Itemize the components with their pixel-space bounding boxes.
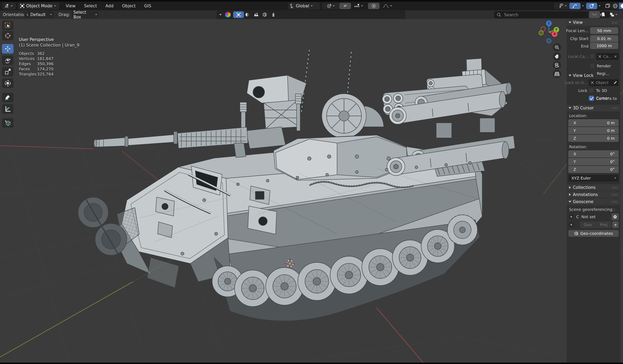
tool-scale[interactable]	[2, 67, 14, 77]
window-bottom-edge	[0, 363, 623, 364]
panel-collections-header[interactable]: Collections	[567, 184, 620, 191]
menu-add[interactable]: Add	[102, 1, 117, 10]
wireframe-sphere-icon	[613, 3, 618, 8]
clip-start-field[interactable]: 0.01 m	[590, 35, 618, 42]
gizmo-neg-y[interactable]	[539, 31, 543, 35]
clip-end-field[interactable]: 1000 m	[590, 43, 618, 49]
tool-cursor[interactable]	[2, 31, 14, 41]
geo-coordinates-button[interactable]: Geo-coordinates	[568, 230, 619, 237]
chevron-down-icon	[616, 14, 618, 15]
panel-3d-cursor-title: 3D Cursor	[573, 106, 594, 110]
annotate-pen-icon	[4, 94, 11, 101]
gizmo-x-label: X	[553, 32, 556, 36]
tank-turret	[274, 135, 408, 180]
tool-select-box[interactable]	[2, 21, 14, 30]
panel-annotations-header[interactable]: Annotations	[567, 191, 620, 198]
editor-type-button[interactable]	[2, 2, 16, 9]
collapse-chevron-icon[interactable]	[219, 14, 222, 16]
tool-transform[interactable]	[2, 79, 14, 88]
3d-viewport[interactable]: User Perspective (1) Scene Collection | …	[0, 19, 623, 363]
clip-start-row: Clip Start 0.01 m	[567, 35, 620, 43]
orthographic-toggle-button[interactable]	[553, 70, 561, 78]
drag-label: Drag:	[59, 10, 70, 19]
scale-icon	[4, 68, 11, 75]
panel-view-header[interactable]: View	[567, 19, 620, 26]
snap-target-dropdown[interactable]	[349, 3, 368, 9]
rotation-order-dropdown[interactable]: XYZ Euler	[568, 174, 619, 182]
xray-icon	[605, 3, 610, 8]
to-3d-cursor-checkbox[interactable]	[589, 88, 594, 93]
tool-add-cube[interactable]	[2, 118, 14, 128]
selectability-visibility-dropdown[interactable]	[554, 3, 571, 9]
search-toolbar: Search	[217, 10, 405, 19]
gizmo-neg-x[interactable]	[541, 27, 545, 31]
shading-wireframe-button[interactable]	[611, 3, 619, 9]
menu-list: View Select Add Object GIS	[62, 1, 155, 10]
mode-dropdown[interactable]: Object Mode	[18, 2, 59, 9]
pivot-point-dropdown[interactable]	[322, 3, 339, 9]
local-camera-field[interactable]: Ca... ✕	[597, 53, 619, 60]
cursor-location-z[interactable]: Z0 m	[568, 135, 619, 142]
chevron-down-icon	[333, 5, 335, 6]
menu-select[interactable]: Select	[80, 1, 101, 10]
camera-to-view-checkbox[interactable]	[589, 96, 594, 101]
transform-orientation-dropdown[interactable]: Global	[288, 2, 320, 9]
gizmo-neg-z[interactable]	[547, 39, 551, 43]
proj-button[interactable]: Proj	[596, 221, 611, 228]
tool-annotate[interactable]	[2, 93, 14, 102]
stat-edges: Edges350,396	[19, 62, 31, 66]
tool-move[interactable]	[2, 44, 14, 53]
shading-solid-button[interactable]	[619, 3, 623, 9]
panel-geoscene-title: Geoscene	[573, 199, 593, 204]
orientation-global-icon	[290, 3, 294, 8]
search-placeholder: Search	[504, 13, 518, 17]
cursor-rotation-y[interactable]: Y0°	[568, 158, 619, 165]
local-camera-checkbox[interactable]	[590, 54, 595, 59]
eyedropper-icon[interactable]	[614, 81, 617, 85]
chevron-down-icon	[569, 201, 571, 203]
drag-select-box-dropdown[interactable]: Select Box	[71, 11, 99, 18]
panel-3d-cursor-header[interactable]: 3D Cursor	[567, 105, 620, 111]
crs-settings-button[interactable]	[611, 214, 619, 220]
local-camera-row: Local Ca... Ca... ✕	[567, 53, 620, 61]
filter-dropdown[interactable]	[619, 11, 623, 18]
crs-radio[interactable]	[569, 214, 574, 219]
library-dropdown[interactable]	[606, 11, 621, 18]
panel-grip-handle[interactable]	[611, 107, 618, 109]
cursor-rotation-z[interactable]: Z0°	[568, 166, 619, 173]
chevron-right-icon	[569, 193, 571, 196]
add-crs-button[interactable]: +	[612, 221, 619, 228]
tool-rotate[interactable]	[2, 56, 14, 65]
menu-object[interactable]: Object	[118, 1, 139, 10]
menu-gis[interactable]: GIS	[140, 1, 155, 10]
stat-triangles: Triangles325,764	[19, 72, 37, 77]
orientation-default-dropdown[interactable]: Default	[24, 11, 54, 18]
panel-grip-handle[interactable]	[611, 187, 618, 189]
geo-proj-row: Geo Proj +	[567, 221, 620, 229]
geo-radio[interactable]	[569, 222, 574, 227]
geo-button[interactable]: Geo	[580, 221, 596, 228]
tank-model[interactable]	[78, 50, 515, 321]
rotate-icon	[4, 57, 11, 64]
render-region-checkbox[interactable]	[590, 63, 595, 68]
search-input[interactable]: Search	[494, 11, 587, 18]
proportional-falloff-dropdown[interactable]	[378, 3, 397, 9]
cursor-rotation-x[interactable]: X0°	[568, 150, 619, 157]
tool-measure[interactable]	[2, 104, 14, 114]
panel-grip-handle[interactable]	[611, 21, 618, 23]
orientation-value: Global	[296, 3, 309, 8]
menu-view[interactable]: View	[62, 1, 79, 10]
camera-view-button[interactable]	[553, 61, 561, 69]
filter-tool-toggle[interactable]	[268, 11, 279, 18]
editor-3d-viewport-icon	[4, 4, 9, 8]
panel-geoscene-header[interactable]: Geoscene	[567, 198, 620, 205]
panel-view-lock-header[interactable]: View Lock	[567, 72, 620, 79]
lock-object-field[interactable]: Object	[589, 79, 619, 86]
panel-grip-handle[interactable]	[611, 201, 618, 203]
chevron-down-icon	[582, 5, 584, 6]
cursor-location-y[interactable]: Y0 m	[568, 127, 619, 134]
cursor-location-x[interactable]: X0 m	[568, 119, 619, 127]
clear-x-icon[interactable]: ✕	[614, 54, 617, 59]
panel-grip-handle[interactable]	[611, 193, 618, 195]
focal-length-field[interactable]: 50 mm	[590, 27, 618, 34]
